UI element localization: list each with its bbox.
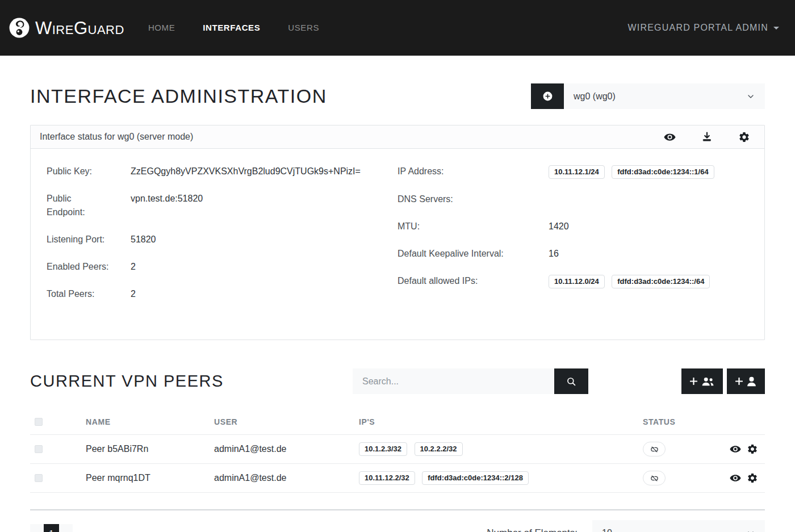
peer-status (638, 435, 714, 464)
table-row: Peer mqrnq1DT adminA1@test.de 10.11.12.2… (30, 464, 765, 493)
field-ip-address: IP Address: 10.11.12.1/24 fdfd:d3ad:c0de… (398, 165, 748, 179)
add-multiple-peers-button[interactable] (681, 368, 723, 394)
pagination-prev[interactable]: « (30, 524, 44, 532)
gear-icon[interactable] (747, 443, 758, 455)
peer-status (638, 464, 714, 493)
ip-badge: fdfd:d3ad:c0de:1234::1/64 (612, 165, 714, 179)
footer-row: « 1 » Number of Elements: 10 (30, 520, 765, 532)
search-group (353, 368, 588, 394)
ip-badge: fdfd:d3ad:c0de:1234::/64 (612, 275, 710, 288)
status-left-column: Public Key: ZzEGQgyh8yVPZXVKSXhVrgB2lud9… (47, 165, 398, 315)
panel-body: Public Key: ZzEGQgyh8yVPZXVKSXhVrgB2lud9… (31, 149, 764, 340)
ip-badge: 10.11.12.0/24 (549, 275, 605, 288)
table-bottom-divider (30, 509, 765, 510)
field-total-peers: Total Peers: 2 (47, 287, 398, 301)
field-default-allowed-ips: Default allowed IPs: 10.11.12.0/24 fdfd:… (398, 274, 748, 288)
pagination-next[interactable]: » (59, 524, 73, 532)
search-input[interactable] (353, 368, 554, 394)
status-badge (643, 442, 666, 456)
peer-name: Peer b5ABi7Rn (81, 435, 210, 464)
ip-badge: fdfd:d3ad:c0de:1234::2/128 (422, 471, 529, 485)
ip-badge: 10.11.12.1/24 (549, 165, 605, 179)
elements-per-page: Number of Elements: 10 (487, 520, 765, 532)
plus-icon (735, 378, 743, 385)
peers-title: CURRENT VPN PEERS (30, 372, 353, 391)
nav-item-home[interactable]: HOME (148, 23, 175, 32)
chevron-down-icon (746, 529, 755, 532)
nav-item-users[interactable]: USERS (288, 23, 319, 32)
wireguard-dragon-icon (9, 17, 30, 39)
status-right-column: IP Address: 10.11.12.1/24 fdfd:d3ad:c0de… (398, 165, 748, 315)
chevron-down-icon (746, 92, 755, 101)
row-actions (719, 472, 760, 484)
field-keepalive: Default Keepalive Interval: 16 (398, 247, 748, 261)
user-menu-dropdown[interactable]: WIREGUARD PORTAL ADMIN (628, 23, 779, 33)
navbar: WireGuard HOME INTERFACES USERS WIREGUAR… (0, 0, 795, 56)
pagination-page-1[interactable]: 1 (44, 524, 59, 532)
add-peer-button[interactable] (727, 368, 765, 394)
gear-icon[interactable] (738, 131, 750, 143)
status-badge (643, 471, 666, 485)
ip-badge: 10.1.2.3/32 (359, 442, 407, 456)
user-icon (747, 376, 756, 387)
peer-ips: 10.11.12.2/32 fdfd:d3ad:c0de:1234::2/128 (354, 464, 638, 493)
column-header-user: USER (210, 409, 354, 435)
peer-ips: 10.1.2.3/32 10.2.2.2/32 (354, 435, 638, 464)
table-header-row: NAME USER IP'S STATUS (30, 409, 765, 435)
field-public-key: Public Key: ZzEGQgyh8yVPZXVKSXhVrgB2lud9… (47, 165, 398, 178)
peer-name: Peer mqrnq1DT (81, 464, 210, 493)
interface-select-value: wg0 (wg0) (574, 91, 616, 102)
row-actions (719, 443, 760, 455)
elements-select-value: 10 (602, 528, 612, 532)
row-checkbox[interactable] (35, 474, 43, 482)
peers-header: CURRENT VPN PEERS (30, 368, 765, 394)
add-buttons (681, 368, 765, 394)
caret-down-icon (773, 27, 779, 30)
interface-select[interactable]: wg0 (wg0) (564, 83, 765, 109)
field-dns-servers: DNS Servers: (398, 192, 748, 206)
users-group-icon (701, 376, 714, 387)
column-header-name: NAME (81, 409, 210, 435)
eye-icon[interactable] (730, 472, 741, 484)
user-menu-label: WIREGUARD PORTAL ADMIN (628, 23, 768, 33)
peer-user: adminA1@test.de (210, 464, 354, 493)
main-content: INTERFACE ADMINISTRATION wg0 (wg0) Inter… (0, 83, 795, 532)
nav-links: HOME INTERFACES USERS (148, 23, 319, 33)
brand-logo[interactable]: WireGuard (9, 17, 124, 39)
link-slash-icon (650, 445, 659, 454)
interface-status-panel: Interface status for wg0 (server mode) P… (30, 125, 765, 340)
search-button[interactable] (554, 368, 588, 394)
add-interface-button[interactable] (531, 83, 564, 109)
brand-text: WireGuard (35, 19, 124, 37)
interface-select-group: wg0 (wg0) (531, 83, 765, 109)
peer-user: adminA1@test.de (210, 435, 354, 464)
plus-icon (690, 378, 697, 385)
elements-select[interactable]: 10 (592, 520, 765, 532)
table-row: Peer b5ABi7Rn adminA1@test.de 10.1.2.3/3… (30, 435, 765, 464)
plus-circle-icon (542, 91, 553, 102)
select-all-checkbox[interactable] (35, 418, 43, 426)
eye-icon[interactable] (664, 131, 676, 143)
pagination: « 1 » (30, 524, 73, 532)
page-header: INTERFACE ADMINISTRATION wg0 (wg0) (30, 83, 765, 109)
link-slash-icon (650, 474, 659, 483)
search-icon (566, 376, 576, 387)
field-mtu: MTU: 1420 (398, 220, 748, 233)
elements-label: Number of Elements: (487, 527, 578, 532)
page-title: INTERFACE ADMINISTRATION (30, 85, 327, 107)
download-icon[interactable] (701, 131, 713, 143)
row-checkbox[interactable] (35, 445, 43, 453)
field-enabled-peers: Enabled Peers: 2 (47, 260, 398, 274)
eye-icon[interactable] (730, 443, 741, 455)
column-header-status: STATUS (638, 409, 714, 435)
ip-badge: 10.2.2.2/32 (415, 442, 463, 456)
gear-icon[interactable] (747, 472, 758, 484)
panel-title: Interface status for wg0 (server mode) (40, 132, 193, 142)
peers-table: NAME USER IP'S STATUS Peer b5ABi7Rn admi… (30, 409, 765, 493)
nav-item-interfaces[interactable]: INTERFACES (203, 23, 260, 32)
panel-header: Interface status for wg0 (server mode) (31, 125, 764, 149)
column-header-ips: IP'S (354, 409, 638, 435)
ip-badge: 10.11.12.2/32 (359, 471, 415, 485)
field-public-endpoint: Public Endpoint: vpn.test.de:51820 (47, 192, 398, 219)
field-listening-port: Listening Port: 51820 (47, 233, 398, 246)
